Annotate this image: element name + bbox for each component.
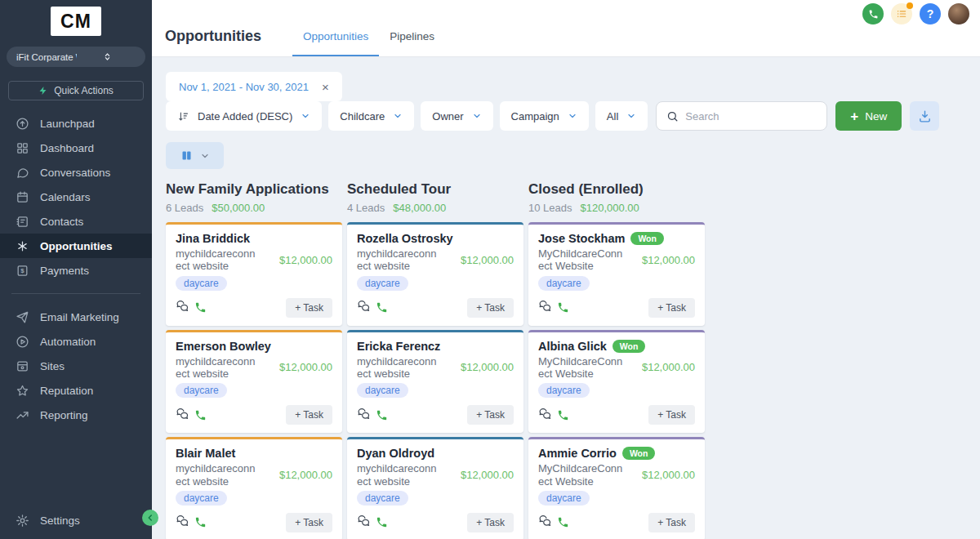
column-total-value: $50,000.00 bbox=[212, 202, 265, 214]
opportunity-card[interactable]: Jose Stockham Won MyChildcareConnect Web… bbox=[528, 222, 705, 326]
chevron-down-icon bbox=[301, 111, 310, 121]
opportunity-card[interactable]: Jina Briddick mychildcareconnect website… bbox=[166, 222, 342, 326]
sidebar-item-sites[interactable]: Sites bbox=[0, 354, 152, 378]
add-task-button[interactable]: + Task bbox=[467, 298, 514, 318]
conversation-icon[interactable] bbox=[538, 408, 552, 422]
call-icon[interactable] bbox=[194, 301, 207, 314]
sort-dropdown[interactable]: Date Added (DESC) bbox=[166, 101, 322, 131]
call-icon[interactable] bbox=[376, 301, 388, 314]
sidebar-item-opportunities[interactable]: Opportunities bbox=[0, 234, 152, 258]
campaign-filter-dropdown[interactable]: Campaign bbox=[500, 101, 589, 131]
tab-pipelines[interactable]: Pipelines bbox=[379, 30, 445, 56]
all-filter-dropdown[interactable]: All bbox=[595, 101, 648, 131]
app-logo-text: CM bbox=[60, 11, 91, 33]
call-icon[interactable] bbox=[557, 409, 569, 421]
add-task-button[interactable]: + Task bbox=[286, 513, 332, 532]
view-toggle-button[interactable] bbox=[166, 142, 224, 169]
contact-name: Albina Glick bbox=[538, 340, 607, 353]
help-button[interactable]: ? bbox=[920, 3, 941, 24]
date-range-chip[interactable]: Nov 1, 2021 - Nov 30, 2021 × bbox=[166, 72, 342, 101]
sidebar-item-dashboard[interactable]: Dashboard bbox=[0, 136, 152, 160]
conversation-icon[interactable] bbox=[176, 408, 189, 422]
search-input[interactable] bbox=[685, 110, 817, 122]
contact-name: Rozella Ostrosky bbox=[357, 232, 453, 245]
sort-icon bbox=[177, 110, 189, 122]
conversation-icon[interactable] bbox=[357, 408, 371, 422]
opportunity-value: $12,000.00 bbox=[461, 254, 514, 266]
sidebar-item-settings[interactable]: Settings bbox=[0, 508, 152, 532]
call-icon[interactable] bbox=[194, 516, 207, 528]
conversation-icon[interactable] bbox=[357, 301, 371, 314]
new-opportunity-button[interactable]: + New bbox=[835, 101, 902, 131]
sidebar-item-conversations[interactable]: Conversations bbox=[0, 160, 152, 185]
notifications-list-button[interactable] bbox=[891, 3, 912, 24]
call-icon[interactable] bbox=[376, 516, 388, 528]
phone-dialer-button[interactable] bbox=[862, 3, 884, 24]
add-task-button[interactable]: + Task bbox=[467, 405, 514, 425]
content-area: Nov 1, 2021 - Nov 30, 2021 × Date Added … bbox=[152, 57, 980, 539]
lead-source: mychildcareconnect website bbox=[176, 462, 256, 488]
sidebar-item-payments[interactable]: Payments bbox=[0, 258, 152, 283]
main-area: Opportunities Opportunities Pipelines ? … bbox=[152, 0, 980, 539]
opportunity-card[interactable]: Emerson Bowley mychildcareconnect websit… bbox=[166, 330, 342, 434]
play-circle-icon bbox=[16, 335, 29, 349]
user-avatar[interactable] bbox=[948, 3, 969, 24]
new-button-label: New bbox=[865, 110, 887, 122]
call-icon[interactable] bbox=[557, 516, 569, 528]
childcare-filter-dropdown[interactable]: Childcare bbox=[328, 101, 414, 131]
lead-source: mychildcareconnect website bbox=[357, 355, 437, 381]
conversation-icon[interactable] bbox=[176, 301, 189, 314]
sidebar-item-label: Conversations bbox=[40, 167, 110, 179]
close-icon[interactable]: × bbox=[322, 81, 329, 93]
add-task-button[interactable]: + Task bbox=[648, 513, 695, 532]
all-filter-label: All bbox=[607, 110, 618, 122]
tag-daycare: daycare bbox=[176, 276, 227, 291]
quick-actions-button[interactable]: Quick Actions bbox=[8, 81, 144, 100]
opportunity-card[interactable]: Dyan Oldroyd mychildcareconnect website … bbox=[347, 437, 523, 539]
sidebar-item-contacts[interactable]: Contacts bbox=[0, 209, 152, 234]
conversation-icon[interactable] bbox=[538, 301, 552, 314]
call-icon[interactable] bbox=[376, 409, 388, 421]
contact-name: Blair Malet bbox=[176, 447, 235, 460]
opportunity-card[interactable]: Ericka Ferencz mychildcareconnect websit… bbox=[347, 330, 523, 434]
conversation-icon[interactable] bbox=[538, 515, 552, 529]
tab-bar: Opportunities Pipelines bbox=[292, 0, 445, 56]
opportunity-card[interactable]: Blair Malet mychildcareconnect website $… bbox=[166, 437, 342, 539]
tab-opportunities[interactable]: Opportunities bbox=[292, 30, 379, 56]
sidebar-item-launchpad[interactable]: Launchpad bbox=[0, 111, 152, 136]
sidebar-item-calendars[interactable]: Calendars bbox=[0, 185, 152, 209]
paper-plane-icon bbox=[16, 310, 29, 324]
add-task-button[interactable]: + Task bbox=[648, 405, 695, 425]
sidebar-item-automation[interactable]: Automation bbox=[0, 329, 152, 354]
add-task-button[interactable]: + Task bbox=[286, 298, 332, 318]
conversation-icon[interactable] bbox=[176, 515, 189, 529]
sidebar-item-reporting[interactable]: Reporting bbox=[0, 403, 152, 427]
contact-name: Jose Stockham bbox=[538, 232, 625, 245]
call-icon[interactable] bbox=[194, 409, 207, 421]
opportunity-card[interactable]: Albina Glick Won MyChildcareConnect Webs… bbox=[528, 330, 705, 434]
opportunity-card[interactable]: Ammie Corrio Won MyChildcareConnect Webs… bbox=[528, 437, 705, 539]
chat-bubble-icon bbox=[16, 166, 29, 180]
payments-icon bbox=[16, 264, 29, 278]
sidebar-item-email-marketing[interactable]: Email Marketing bbox=[0, 305, 152, 329]
lead-source: MyChildcareConnect Website bbox=[538, 462, 622, 488]
conversation-icon[interactable] bbox=[357, 515, 371, 529]
opportunity-value: $12,000.00 bbox=[642, 254, 695, 266]
location-selector[interactable]: iFit Corparate Wellnes... bbox=[7, 47, 145, 67]
lead-source: mychildcareconnect website bbox=[357, 462, 437, 488]
opportunity-value: $12,000.00 bbox=[642, 469, 695, 481]
sidebar-collapse-button[interactable] bbox=[142, 510, 158, 526]
opportunity-card[interactable]: Rozella Ostrosky mychildcareconnect webs… bbox=[347, 222, 523, 326]
owner-filter-dropdown[interactable]: Owner bbox=[421, 101, 492, 131]
add-task-button[interactable]: + Task bbox=[467, 513, 514, 532]
add-task-button[interactable]: + Task bbox=[648, 298, 695, 318]
search-field[interactable] bbox=[656, 101, 827, 131]
date-range-label[interactable]: Nov 1, 2021 - Nov 30, 2021 bbox=[179, 81, 309, 93]
sidebar-item-reputation[interactable]: Reputation bbox=[0, 378, 152, 403]
sidebar-item-label: Automation bbox=[40, 336, 96, 348]
notification-dot bbox=[906, 2, 913, 9]
tag-daycare: daycare bbox=[538, 276, 590, 291]
call-icon[interactable] bbox=[557, 301, 569, 314]
add-task-button[interactable]: + Task bbox=[286, 405, 332, 425]
import-button[interactable] bbox=[910, 101, 939, 131]
